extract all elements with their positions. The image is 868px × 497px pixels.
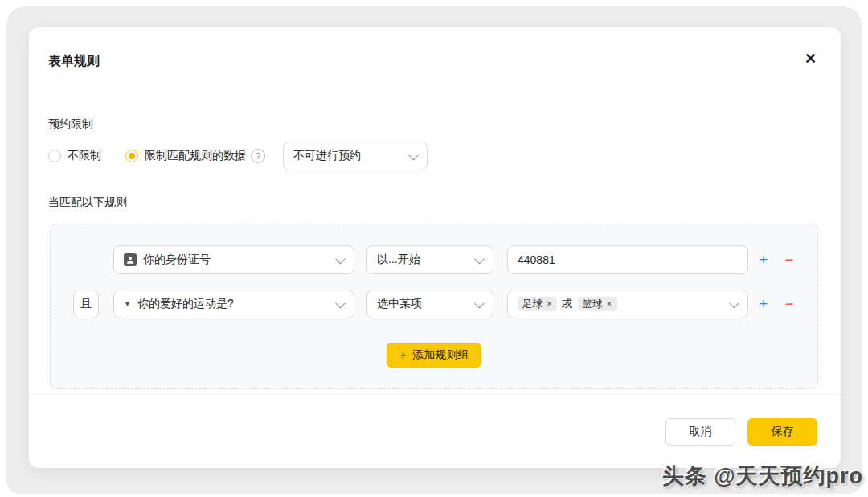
tag-joiner-or: 或 (562, 297, 573, 311)
selected-tag: 足球 × (518, 297, 557, 312)
rule1-field-value: 你的身份证号 (143, 253, 211, 267)
booking-limit-options: 不限制 限制匹配规则的数据 ? 不可进行预约 (48, 142, 428, 170)
chevron-down-icon (474, 298, 485, 308)
form-rules-modal: 表单规则 ✕ 预约限制 不限制 限制匹配规则的数据 ? 不可进行预约 当匹配以下… (29, 27, 841, 468)
radio-option-unlimited[interactable]: 不限制 (48, 149, 101, 163)
radio-checked-icon (125, 150, 138, 162)
rule2-operator-value: 选中某项 (377, 297, 422, 311)
tag-label: 足球 (522, 299, 542, 310)
connector-and-toggle[interactable]: 且 (73, 290, 99, 318)
remove-rule-icon[interactable]: − (780, 290, 798, 318)
radio-unchecked-icon (48, 150, 61, 162)
tag-label: 篮球 (583, 299, 603, 310)
rule-group-container: 你的身份证号 以...开始 + − 且 ▼ 你的爱好的运动是? 选中某项 (50, 224, 818, 389)
dropdown-triangle-icon: ▼ (124, 300, 131, 308)
add-rule-icon[interactable]: + (755, 290, 772, 318)
screenshot-root: 表单规则 ✕ 预约限制 不限制 限制匹配规则的数据 ? 不可进行预约 当匹配以下… (0, 0, 868, 497)
radio-option-limit-matching[interactable]: 限制匹配规则的数据 (125, 149, 246, 163)
chevron-down-icon (729, 298, 739, 308)
chevron-down-icon (335, 298, 346, 308)
selected-tag: 篮球 × (578, 297, 617, 312)
footer-divider (29, 394, 841, 395)
radio-option-label: 限制匹配规则的数据 (145, 149, 246, 163)
id-card-icon (124, 253, 137, 266)
rule2-operator-select[interactable]: 选中某项 (366, 290, 493, 318)
chevron-down-icon (335, 253, 346, 264)
radio-dot (129, 153, 135, 159)
help-icon[interactable]: ? (251, 149, 265, 163)
rule2-values-multiselect[interactable]: 足球 × 或 篮球 × (507, 290, 748, 318)
rule2-field-value: 你的爱好的运动是? (137, 297, 234, 311)
add-rule-group-label: 添加规则组 (412, 348, 469, 363)
modal-title: 表单规则 (48, 53, 100, 70)
tag-remove-icon[interactable]: × (547, 299, 552, 309)
watermark: 头条 @天天预约pro (662, 462, 863, 491)
rule1-value-input[interactable] (507, 245, 748, 274)
tag-remove-icon[interactable]: × (607, 299, 612, 309)
add-rule-group-button[interactable]: + 添加规则组 (387, 343, 481, 368)
close-icon[interactable]: ✕ (805, 51, 817, 66)
add-rule-icon[interactable]: + (755, 245, 772, 274)
booking-limit-label: 预约限制 (48, 117, 93, 132)
limit-action-value: 不可进行预约 (293, 149, 361, 163)
rule1-field-select[interactable]: 你的身份证号 (113, 245, 354, 274)
limit-action-select[interactable]: 不可进行预约 (283, 142, 428, 170)
cancel-button[interactable]: 取消 (665, 418, 735, 446)
save-button[interactable]: 保存 (747, 418, 817, 446)
chevron-down-icon (474, 253, 485, 264)
chevron-down-icon (408, 150, 419, 160)
rule1-operator-select[interactable]: 以...开始 (366, 245, 493, 274)
remove-rule-icon[interactable]: − (780, 245, 798, 274)
radio-option-label: 不限制 (68, 149, 101, 163)
plus-icon: + (399, 349, 407, 362)
rule1-operator-value: 以...开始 (377, 253, 420, 267)
match-rules-label: 当匹配以下规则 (48, 195, 127, 210)
rule2-field-select[interactable]: ▼ 你的爱好的运动是? (113, 290, 354, 318)
